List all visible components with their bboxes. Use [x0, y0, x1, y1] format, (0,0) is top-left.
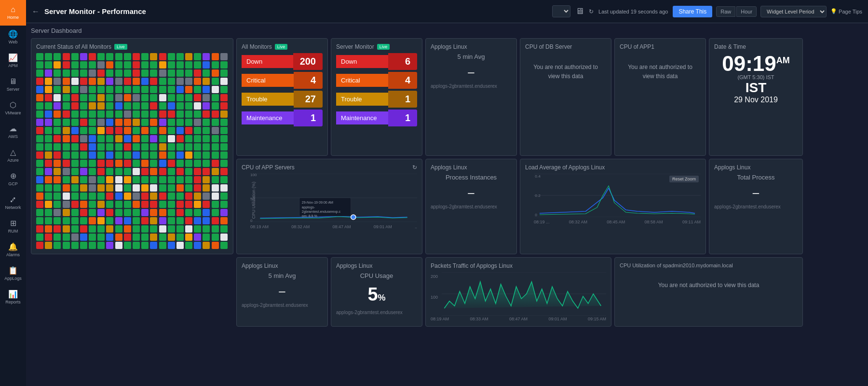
matrix-cell: [89, 110, 96, 118]
share-button[interactable]: Share This: [673, 6, 712, 17]
sidebar-item-rum[interactable]: ⊞ RUM: [0, 215, 26, 238]
matrix-cell: [71, 152, 79, 159]
matrix-cell: [159, 176, 166, 183]
matrix-cell: [194, 69, 201, 77]
matrix-cell: [159, 127, 166, 134]
all-monitors-critical-row: Critical 4: [242, 72, 323, 89]
sidebar-item-label: Alarms: [6, 252, 20, 257]
matrix-cell: [133, 69, 140, 77]
matrix-cell: [80, 110, 87, 118]
page-tips[interactable]: 💡 Page Tips: [830, 8, 862, 14]
dashboard-dropdown[interactable]: [552, 5, 570, 17]
matrix-cell: [89, 102, 96, 110]
matrix-cell: [36, 234, 43, 241]
matrix-cell: [185, 143, 192, 151]
matrix-cell: [133, 201, 140, 208]
matrix-cell: [45, 193, 52, 200]
matrix-cell: [168, 61, 175, 69]
matrix-cell: [212, 176, 219, 183]
matrix-cell: [124, 234, 131, 241]
matrix-cell: [141, 201, 149, 208]
sidebar-item-applogs[interactable]: 📋 AppLogs: [0, 262, 26, 286]
matrix-cell: [54, 217, 61, 224]
widget-period-select[interactable]: Widget Level Period: [760, 6, 827, 17]
matrix-cell: [36, 53, 43, 60]
sidebar-item-apm[interactable]: 📈 APM: [0, 49, 26, 73]
matrix-cell: [106, 225, 113, 233]
matrix-cell: [45, 102, 52, 110]
matrix-cell: [36, 61, 43, 69]
topbar-right: Share This Raw Hour Widget Level Period …: [673, 6, 862, 17]
matrix-cell: [133, 61, 140, 69]
matrix-cell: [71, 86, 79, 93]
applogs-5min-bottom-title: Applogs Linux: [242, 262, 323, 269]
sidebar-item-home[interactable]: ⌂ Home: [0, 0, 26, 26]
matrix-cell: [115, 69, 122, 77]
matrix-cell: [150, 225, 157, 233]
cpu-app1-not-auth: You are not authorized to view this data: [620, 53, 701, 91]
matrix-cell: [36, 94, 43, 101]
matrix-cell: [63, 168, 70, 175]
matrix-cell: [203, 61, 210, 69]
matrix-cell: [97, 119, 105, 126]
matrix-cell: [176, 193, 184, 200]
applogs-linux-5min-subtitle: 5 min Avg: [431, 53, 512, 60]
matrix-cell: [194, 225, 201, 233]
matrix-cell: [63, 94, 70, 101]
matrix-cell: [212, 61, 219, 69]
server-down-label: Down: [336, 55, 388, 68]
matrix-cell: [159, 143, 166, 151]
matrix-cell: [212, 53, 219, 60]
sidebar-item-server[interactable]: 🖥 Server: [0, 73, 26, 96]
matrix-cell: [150, 201, 157, 208]
sidebar-item-vmware[interactable]: ⬡ VMware: [0, 96, 26, 120]
down-count: 200: [293, 53, 323, 70]
matrix-cell: [80, 143, 87, 151]
matrix-cell: [185, 160, 192, 167]
hour-button[interactable]: Hour: [736, 6, 757, 17]
matrix-cell: [36, 127, 43, 134]
matrix-cell: [89, 176, 96, 183]
matrix-cell: [212, 184, 219, 192]
matrix-cell: [150, 209, 157, 216]
matrix-cell: [71, 69, 79, 77]
matrix-cell: [115, 119, 122, 126]
matrix-cell: [203, 152, 210, 159]
matrix-cell: [89, 234, 96, 241]
matrix-cell: [80, 225, 87, 233]
matrix-cell: [71, 234, 79, 241]
matrix-cell: [185, 53, 192, 60]
sidebar-item-reports[interactable]: 📊 Reports: [0, 286, 26, 309]
matrix-cell: [89, 242, 96, 249]
matrix-cell: [185, 152, 192, 159]
reset-zoom-button[interactable]: Reset Zoom: [669, 176, 699, 182]
matrix-cell: [71, 242, 79, 249]
matrix-cell: [185, 242, 192, 249]
matrix-cell: [212, 234, 219, 241]
sidebar-item-alarms[interactable]: 🔔 Alarms: [0, 238, 26, 262]
sidebar-item-gcp[interactable]: ⊕ GCP: [0, 167, 26, 191]
matrix-cell: [194, 217, 201, 224]
matrix-cell: [36, 119, 43, 126]
matrix-cell: [124, 201, 131, 208]
all-monitors-maintenance-row: Maintenance 1: [242, 110, 323, 126]
sidebar-item-azure[interactable]: △ Azure: [0, 144, 26, 167]
matrix-cell: [133, 209, 140, 216]
matrix-cell: [63, 193, 70, 200]
matrix-cell: [150, 176, 157, 183]
back-button[interactable]: ←: [32, 7, 40, 16]
sidebar-item-web[interactable]: 🌐 Web: [0, 26, 26, 49]
topbar: ← Server Monitor - Performance 🖥 ↻ Last …: [26, 0, 868, 23]
matrix-cell: [185, 217, 192, 224]
raw-button[interactable]: Raw: [716, 6, 735, 17]
matrix-cell: [54, 94, 61, 101]
matrix-cell: [168, 234, 175, 241]
matrix-cell: [89, 209, 96, 216]
matrix-cell: [141, 152, 149, 159]
matrix-cell: [89, 53, 96, 60]
applogs-cpu-title: Applogs Linux: [336, 262, 417, 269]
sidebar-item-network[interactable]: ⑇ Network: [0, 191, 26, 215]
sidebar-item-aws[interactable]: ☁ AWS: [0, 120, 26, 144]
cpu-app-servers-refresh[interactable]: ↻: [412, 164, 417, 171]
matrix-cell: [54, 234, 61, 241]
